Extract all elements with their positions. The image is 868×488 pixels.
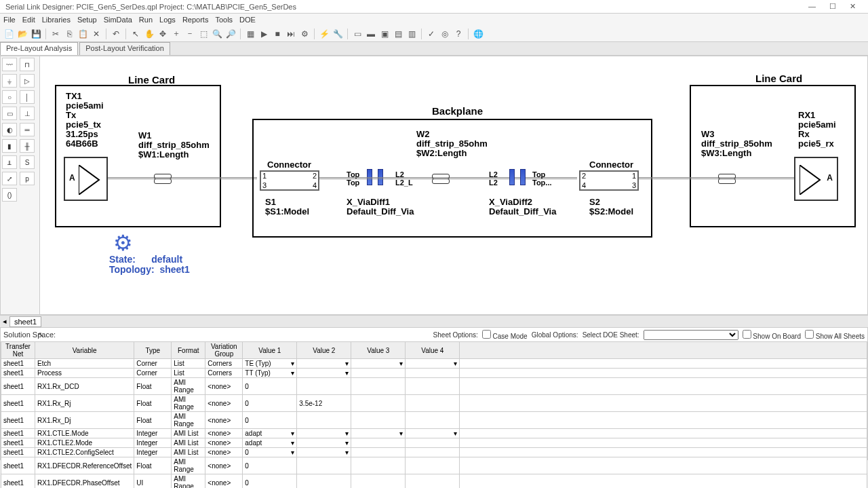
window3-icon[interactable]: ▣: [378, 28, 391, 40]
zoom-out-icon[interactable]: －: [184, 28, 196, 40]
col-net[interactable]: Transfer Net: [1, 342, 35, 359]
close-icon[interactable]: ✕: [850, 2, 856, 11]
menu-edit[interactable]: Edit: [22, 16, 35, 24]
bracket-icon[interactable]: (): [2, 188, 17, 202]
sparam-icon[interactable]: S: [20, 155, 35, 169]
delete-icon[interactable]: ✕: [90, 28, 102, 40]
menu-run[interactable]: Run: [139, 16, 153, 24]
undo-icon[interactable]: ↶: [110, 28, 122, 40]
table-row[interactable]: sheet1RX1.DFECDR.ReferenceOffsetFloatAMI…: [1, 457, 867, 474]
table-row[interactable]: sheet1RX1.CTLE2.ModeIntegerAMI List<none…: [1, 438, 867, 448]
amp-icon[interactable]: ▷: [20, 74, 35, 88]
minimize-icon[interactable]: —: [808, 2, 816, 11]
tab-pre-layout[interactable]: Pre-Layout Analysis: [0, 42, 78, 55]
layout-icon[interactable]: ▦: [244, 28, 256, 40]
copy-icon[interactable]: ⎘: [63, 28, 75, 40]
zoom-fit-icon[interactable]: ⬚: [197, 28, 210, 40]
line-icon[interactable]: │: [20, 90, 35, 104]
param-icon[interactable]: p: [20, 172, 35, 185]
step-icon[interactable]: ⏭: [285, 28, 297, 40]
new-icon[interactable]: 📄: [3, 28, 15, 40]
col-val4[interactable]: Value 4: [406, 342, 460, 359]
col-val3[interactable]: Value 3: [351, 342, 406, 359]
help-icon[interactable]: ?: [452, 28, 465, 40]
pointer-icon[interactable]: ↖: [130, 28, 142, 40]
via2-stack-a[interactable]: [509, 169, 515, 185]
maximize-icon[interactable]: ☐: [829, 2, 836, 11]
gear-icon[interactable]: ⚙: [109, 229, 136, 257]
table-row[interactable]: sheet1RX1.CTLE2.ConfigSelectIntegerAMI L…: [1, 448, 867, 457]
via2-stack-b[interactable]: [520, 169, 526, 185]
expand-icon[interactable]: ⤢: [2, 172, 17, 185]
globe-icon[interactable]: 🌐: [472, 28, 484, 40]
zoom-area-icon[interactable]: 🔎: [224, 28, 237, 40]
paste-icon[interactable]: 📋: [77, 28, 89, 40]
table-row[interactable]: sheet1EtchCornerListCornersTE (Typ) ▾ ▾ …: [1, 359, 867, 369]
window2-icon[interactable]: ▬: [365, 28, 377, 40]
w1-resistor[interactable]: [154, 173, 188, 183]
menu-libraries[interactable]: Libraries: [42, 16, 71, 24]
stop-icon[interactable]: ■: [271, 28, 283, 40]
probe-icon[interactable]: ○: [2, 90, 17, 104]
move-icon[interactable]: ✥: [157, 28, 169, 40]
table-row[interactable]: sheet1RX1.Rx_DjFloatAMI Range<none>0: [1, 412, 867, 429]
tab-post-layout[interactable]: Post-Layout Verification: [79, 42, 170, 55]
menu-simdata[interactable]: SimData: [104, 16, 132, 24]
menu-file[interactable]: File: [3, 16, 16, 24]
s2-connector[interactable]: 21 43: [579, 170, 639, 191]
rx-amp-box[interactable]: A: [794, 157, 838, 201]
check-icon[interactable]: ✓: [425, 28, 437, 40]
window4-icon[interactable]: ▤: [392, 28, 404, 40]
cap-icon[interactable]: ⊥: [20, 107, 35, 120]
table-row[interactable]: sheet1RX1.CTLE.ModeIntegerAMI List<none>…: [1, 429, 867, 438]
table-row[interactable]: sheet1RX1.Rx_DCDFloatAMI Range<none>0: [1, 378, 867, 395]
menu-doe[interactable]: DOE: [239, 16, 256, 24]
gnd-icon[interactable]: ⏚: [2, 74, 17, 88]
w3-resistor[interactable]: [718, 173, 752, 183]
via-icon[interactable]: ▮: [2, 139, 17, 153]
diff-icon[interactable]: ═: [20, 123, 35, 136]
w3-info: W3 diff_strip_85ohm $W3:Length: [701, 130, 772, 158]
menu-logs[interactable]: Logs: [159, 16, 176, 24]
open-icon[interactable]: 📂: [16, 28, 28, 40]
cut-icon[interactable]: ✂: [50, 28, 62, 40]
tool-a-icon[interactable]: ⚡: [318, 28, 330, 40]
col-type[interactable]: Type: [134, 342, 172, 359]
run-icon[interactable]: ▶: [258, 28, 270, 40]
tool-b-icon[interactable]: 🔧: [332, 28, 344, 40]
sheet-tab[interactable]: sheet1: [9, 316, 41, 327]
pulse-icon[interactable]: ⊓: [20, 58, 35, 71]
schematic-canvas[interactable]: Line Card TX1 pcie5ami Tx pcie5_tx 31.25…: [40, 56, 867, 314]
zoom-in-icon[interactable]: ＋: [170, 28, 182, 40]
s1-connector[interactable]: 12 34: [260, 170, 319, 191]
show-on-board-checkbox[interactable]: Show On Board: [743, 330, 801, 340]
config-icon[interactable]: ⚙: [298, 28, 311, 40]
table-row[interactable]: sheet1RX1.Rx_RjFloatAMI Range<none>03.5e…: [1, 395, 867, 412]
show-all-sheets-checkbox[interactable]: Show All Sheets: [805, 330, 865, 340]
txline-icon[interactable]: ⫫: [2, 155, 17, 169]
coupled-icon[interactable]: ╫: [20, 139, 35, 153]
window-icon[interactable]: ▭: [351, 28, 363, 40]
col-format[interactable]: Format: [172, 342, 205, 359]
col-group[interactable]: Variation Group: [205, 342, 243, 359]
menu-tools[interactable]: Tools: [215, 16, 233, 24]
waveform-icon[interactable]: 〰: [2, 58, 17, 71]
table-row[interactable]: sheet1ProcessCornerListCornersTT (Typ) ▾…: [1, 369, 867, 378]
col-val1[interactable]: Value 1: [243, 342, 297, 359]
zoom-icon[interactable]: 🔍: [211, 28, 223, 40]
menu-reports[interactable]: Reports: [182, 16, 209, 24]
ind-icon[interactable]: ◐: [2, 123, 17, 136]
w2-resistor[interactable]: [432, 173, 466, 183]
target-icon[interactable]: ◎: [439, 28, 451, 40]
res-icon[interactable]: ▭: [2, 107, 17, 120]
window5-icon[interactable]: ▥: [406, 28, 418, 40]
col-val2[interactable]: Value 2: [297, 342, 351, 359]
tx-amp-box[interactable]: A: [64, 157, 108, 201]
case-mode-checkbox[interactable]: Case Mode: [482, 330, 528, 340]
hand-icon[interactable]: ✋: [143, 28, 155, 40]
menu-setup[interactable]: Setup: [77, 16, 97, 24]
save-icon[interactable]: 💾: [30, 28, 42, 40]
table-row[interactable]: sheet1RX1.DFECDR.PhaseOffsetUIAMI Range<…: [1, 474, 867, 489]
doe-sheet-select[interactable]: [644, 330, 738, 340]
col-variable[interactable]: Variable: [35, 342, 134, 359]
